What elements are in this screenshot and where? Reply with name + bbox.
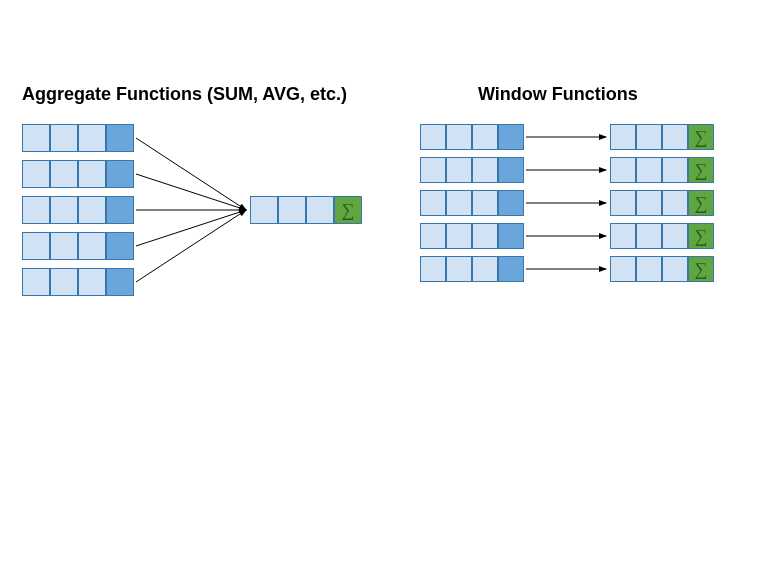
win-src-row [420, 223, 524, 249]
win-src-row-cell-light [472, 157, 498, 183]
sigma-icon: ∑ [695, 127, 708, 148]
agg-src-row [22, 160, 134, 188]
sigma-icon: ∑ [342, 200, 355, 221]
win-src-row-cell-light [420, 256, 446, 282]
win-out-row-cell-light [610, 223, 636, 249]
agg-src-row-cell-light [50, 268, 78, 296]
agg-out-row-cell-light [250, 196, 278, 224]
win-out-row-cell-light [610, 190, 636, 216]
win-src-row-cell-mid [498, 190, 524, 216]
win-src-row-cell-light [446, 256, 472, 282]
win-out-row-cell-light [610, 157, 636, 183]
agg-out-row: ∑ [250, 196, 362, 224]
win-src-row-cell-mid [498, 157, 524, 183]
agg-src-row [22, 124, 134, 152]
win-out-row-sigma-cell: ∑ [688, 157, 714, 183]
agg-src-row-cell-light [50, 196, 78, 224]
win-src-row-cell-mid [498, 256, 524, 282]
agg-arrow [136, 174, 246, 210]
agg-src-row-cell-light [78, 160, 106, 188]
win-src-row-cell-light [472, 190, 498, 216]
agg-src-row-cell-mid [106, 196, 134, 224]
win-out-row-sigma-cell: ∑ [688, 190, 714, 216]
win-out-row-cell-light [662, 223, 688, 249]
agg-src-row-cell-light [22, 268, 50, 296]
agg-src-row-cell-light [78, 124, 106, 152]
win-out-row-sigma-cell: ∑ [688, 256, 714, 282]
agg-src-row-cell-light [78, 232, 106, 260]
win-src-row-cell-light [420, 223, 446, 249]
win-out-row-cell-light [610, 124, 636, 150]
sigma-icon: ∑ [695, 160, 708, 181]
agg-src-row-cell-light [22, 196, 50, 224]
win-src-row [420, 256, 524, 282]
win-out-row-cell-light [662, 124, 688, 150]
win-src-row [420, 190, 524, 216]
win-out-row: ∑ [610, 157, 714, 183]
agg-src-row [22, 232, 134, 260]
agg-out-row-cell-light [306, 196, 334, 224]
win-src-row-cell-light [472, 256, 498, 282]
win-src-row-cell-light [446, 190, 472, 216]
agg-out-row-cell-light [278, 196, 306, 224]
sigma-icon: ∑ [695, 259, 708, 280]
agg-src-row-cell-mid [106, 124, 134, 152]
agg-src-row-cell-light [22, 232, 50, 260]
window-title: Window Functions [478, 84, 638, 105]
win-src-row-cell-light [446, 223, 472, 249]
win-src-row-cell-light [472, 124, 498, 150]
agg-src-row-cell-light [50, 124, 78, 152]
win-src-row-cell-mid [498, 223, 524, 249]
agg-src-row-cell-light [50, 232, 78, 260]
agg-arrow [136, 210, 246, 282]
sigma-icon: ∑ [695, 226, 708, 247]
agg-src-row-cell-mid [106, 160, 134, 188]
win-src-row-cell-light [472, 223, 498, 249]
win-out-row-cell-light [636, 124, 662, 150]
win-out-row-cell-light [662, 256, 688, 282]
agg-src-row-cell-light [78, 196, 106, 224]
win-out-row: ∑ [610, 256, 714, 282]
agg-src-row-cell-mid [106, 268, 134, 296]
agg-out-row-sigma-cell: ∑ [334, 196, 362, 224]
win-out-row-cell-light [610, 256, 636, 282]
win-out-row-cell-light [636, 157, 662, 183]
win-src-row-cell-light [420, 190, 446, 216]
agg-src-row-cell-light [22, 160, 50, 188]
agg-src-row-cell-light [22, 124, 50, 152]
win-out-row-cell-light [662, 190, 688, 216]
agg-src-row-cell-mid [106, 232, 134, 260]
win-out-row: ∑ [610, 124, 714, 150]
win-out-row-sigma-cell: ∑ [688, 223, 714, 249]
agg-arrow [136, 210, 246, 246]
win-out-row-cell-light [662, 157, 688, 183]
win-src-row-cell-mid [498, 124, 524, 150]
win-src-row-cell-light [446, 124, 472, 150]
win-src-row-cell-light [420, 157, 446, 183]
win-out-row: ∑ [610, 223, 714, 249]
win-out-row-cell-light [636, 223, 662, 249]
agg-arrow [136, 138, 246, 210]
agg-src-row [22, 196, 134, 224]
win-src-row-cell-light [420, 124, 446, 150]
win-out-row-cell-light [636, 256, 662, 282]
win-src-row [420, 124, 524, 150]
agg-src-row-cell-light [50, 160, 78, 188]
win-src-row-cell-light [446, 157, 472, 183]
win-out-row-sigma-cell: ∑ [688, 124, 714, 150]
win-out-row: ∑ [610, 190, 714, 216]
win-out-row-cell-light [636, 190, 662, 216]
aggregate-title: Aggregate Functions (SUM, AVG, etc.) [22, 84, 347, 105]
win-src-row [420, 157, 524, 183]
agg-src-row [22, 268, 134, 296]
sigma-icon: ∑ [695, 193, 708, 214]
agg-src-row-cell-light [78, 268, 106, 296]
